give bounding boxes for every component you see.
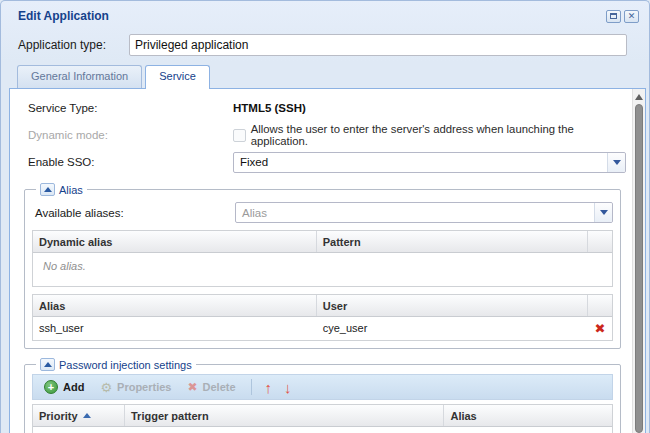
column-header-alias[interactable]: Alias xyxy=(444,405,612,426)
password-injection-grid-header: Priority Trigger pattern Alias xyxy=(33,405,612,427)
dynamic-mode-label: Dynamic mode: xyxy=(19,129,233,141)
enable-sso-row: Enable SSO: Fixed xyxy=(19,151,626,173)
edit-application-dialog: Edit Application ✕ Application type: Gen… xyxy=(0,0,650,433)
alias-cell: ssh_user xyxy=(33,317,317,340)
password-injection-fieldset: Password injection settings + Add ⚙ Prop… xyxy=(24,358,621,433)
move-down-button[interactable]: ↓ xyxy=(280,380,296,395)
dialog-titlebar: Edit Application ✕ xyxy=(1,1,649,31)
password-injection-legend-text: Password injection settings xyxy=(59,359,192,371)
add-button-label: Add xyxy=(63,381,84,393)
dynamic-mode-checkbox-label: Allows the user to enter the server's ad… xyxy=(251,123,626,147)
toolbar-separator xyxy=(251,379,252,395)
password-injection-legend: Password injection settings xyxy=(36,358,196,371)
available-aliases-row: Available aliases: Alias xyxy=(32,202,613,223)
empty-grid-message: No alias. xyxy=(33,253,612,286)
dynamic-mode-row: Dynamic mode: Allows the user to enter t… xyxy=(19,123,626,147)
enable-sso-value: Fixed xyxy=(234,156,607,168)
maximize-button[interactable] xyxy=(606,10,621,23)
arrow-down-icon: ↓ xyxy=(284,380,292,395)
properties-gear-icon: ⚙ xyxy=(100,381,112,394)
collapse-password-injection-button[interactable] xyxy=(40,358,55,371)
column-header-priority[interactable]: Priority xyxy=(33,405,125,426)
dialog-title: Edit Application xyxy=(18,9,606,23)
application-type-input[interactable] xyxy=(129,34,627,56)
user-cell: cye_user xyxy=(317,317,588,340)
close-icon: ✕ xyxy=(628,12,636,21)
arrow-up-icon: ↑ xyxy=(265,380,273,395)
password-injection-toolbar: + Add ⚙ Properties ✖ Delete ↑ xyxy=(32,374,613,400)
available-aliases-select[interactable]: Alias xyxy=(235,202,613,223)
service-tab-panel: Service Type: HTML5 (SSH) Dynamic mode: … xyxy=(9,88,646,433)
close-button[interactable]: ✕ xyxy=(624,10,639,23)
available-aliases-label: Available aliases: xyxy=(32,207,235,219)
alias-user-grid: Alias User ssh_user cye_user ✖ xyxy=(32,294,613,341)
scroll-up-button[interactable] xyxy=(633,89,645,104)
vertical-scrollbar[interactable] xyxy=(632,89,645,433)
available-aliases-placeholder: Alias xyxy=(236,207,594,219)
column-header-dynamic-alias[interactable]: Dynamic alias xyxy=(33,231,317,252)
priority-cell: 0 xyxy=(33,427,125,433)
column-header-actions xyxy=(588,295,612,316)
column-header-trigger-pattern[interactable]: Trigger pattern xyxy=(125,405,444,426)
sort-ascending-icon xyxy=(83,413,91,418)
collapse-icon xyxy=(44,362,52,367)
service-tab-content: Service Type: HTML5 (SSH) Dynamic mode: … xyxy=(10,89,632,433)
alias-legend: Alias xyxy=(36,183,87,196)
password-injection-row[interactable]: 0 ^sudo .*$ Regular expression ssh_user … xyxy=(33,427,612,433)
column-header-actions xyxy=(588,231,612,252)
enable-sso-label: Enable SSO: xyxy=(19,156,233,168)
column-header-alias[interactable]: Alias xyxy=(33,295,317,316)
tab-general-information[interactable]: General Information xyxy=(17,65,142,88)
properties-button-label: Properties xyxy=(117,381,171,393)
dynamic-alias-grid: Dynamic alias Pattern No alias. xyxy=(32,230,613,287)
chevron-down-icon[interactable] xyxy=(607,153,625,172)
alias-legend-text: Alias xyxy=(59,184,83,196)
delete-alias-icon[interactable]: ✖ xyxy=(595,322,606,335)
priority-header-label: Priority xyxy=(39,410,78,422)
move-up-button[interactable]: ↑ xyxy=(261,380,277,395)
enable-sso-select[interactable]: Fixed xyxy=(233,152,626,173)
scrollbar-thumb[interactable] xyxy=(635,104,643,433)
column-header-user[interactable]: User xyxy=(317,295,588,316)
window-controls: ✕ xyxy=(606,10,639,23)
delete-button[interactable]: ✖ Delete xyxy=(181,379,241,395)
maximize-icon xyxy=(610,13,617,19)
application-type-label: Application type: xyxy=(18,38,129,52)
delete-button-label: Delete xyxy=(203,381,236,393)
collapse-icon xyxy=(44,187,52,192)
tab-strip: General Information Service xyxy=(1,65,649,88)
add-button[interactable]: + Add xyxy=(38,378,90,396)
application-type-row: Application type: xyxy=(1,31,649,65)
tab-service[interactable]: Service xyxy=(145,65,210,89)
alias-fieldset: Alias Available aliases: Alias Dynamic a… xyxy=(24,183,621,349)
alias-cell: ssh_user (cye_user) xyxy=(444,427,612,433)
chevron-down-icon[interactable] xyxy=(594,203,612,222)
scroll-up-icon xyxy=(635,94,643,100)
properties-button[interactable]: ⚙ Properties xyxy=(94,379,177,396)
service-type-row: Service Type: HTML5 (SSH) xyxy=(19,97,626,119)
collapse-alias-button[interactable] xyxy=(40,183,55,196)
column-header-pattern[interactable]: Pattern xyxy=(317,231,588,252)
dynamic-alias-grid-header: Dynamic alias Pattern xyxy=(33,231,612,253)
password-injection-grid: Priority Trigger pattern Alias 0 ^sudo .… xyxy=(32,404,613,433)
trigger-pattern-cell: ^sudo .*$ Regular expression xyxy=(125,427,444,433)
alias-row[interactable]: ssh_user cye_user ✖ xyxy=(33,317,612,340)
service-type-label: Service Type: xyxy=(19,102,233,114)
service-type-value: HTML5 (SSH) xyxy=(233,102,306,114)
dynamic-mode-checkbox[interactable] xyxy=(233,129,246,142)
add-icon: + xyxy=(44,380,58,394)
alias-user-grid-header: Alias User xyxy=(33,295,612,317)
delete-x-icon: ✖ xyxy=(187,381,197,393)
